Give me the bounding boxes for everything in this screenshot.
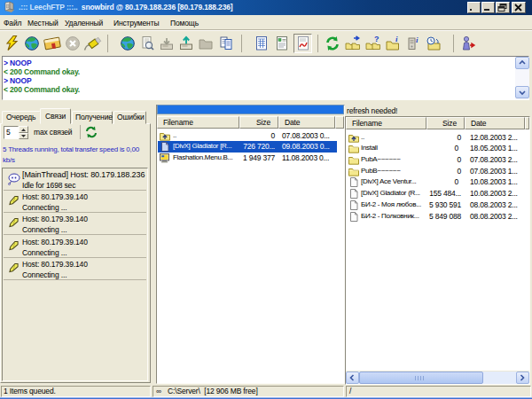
svg-text:i: i xyxy=(395,35,398,43)
svg-text:i: i xyxy=(416,35,419,44)
svg-text:?: ? xyxy=(374,35,379,43)
